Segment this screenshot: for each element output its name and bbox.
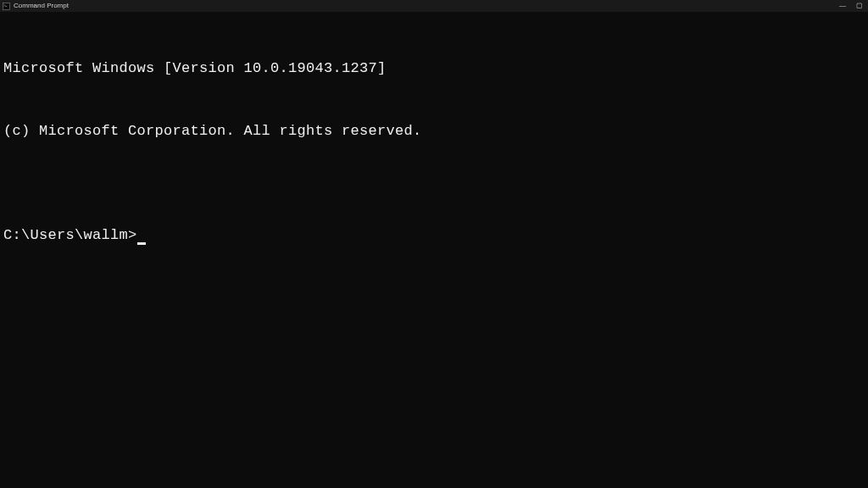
cursor bbox=[137, 242, 146, 245]
command-prompt-icon bbox=[2, 2, 10, 10]
window-title: Command Prompt bbox=[14, 0, 69, 12]
prompt-row: C:\Users\wallm> bbox=[3, 225, 865, 247]
version-line: Microsoft Windows [Version 10.0.19043.12… bbox=[3, 58, 865, 80]
prompt-text: C:\Users\wallm> bbox=[3, 225, 137, 247]
title-bar: Command Prompt — ▢ bbox=[0, 0, 868, 12]
terminal-output[interactable]: Microsoft Windows [Version 10.0.19043.12… bbox=[0, 12, 868, 488]
window-controls: — ▢ bbox=[837, 0, 866, 12]
minimize-button[interactable]: — bbox=[837, 0, 848, 12]
maximize-button[interactable]: ▢ bbox=[854, 0, 865, 12]
title-bar-left: Command Prompt bbox=[2, 0, 69, 12]
copyright-line: (c) Microsoft Corporation. All rights re… bbox=[3, 121, 865, 142]
